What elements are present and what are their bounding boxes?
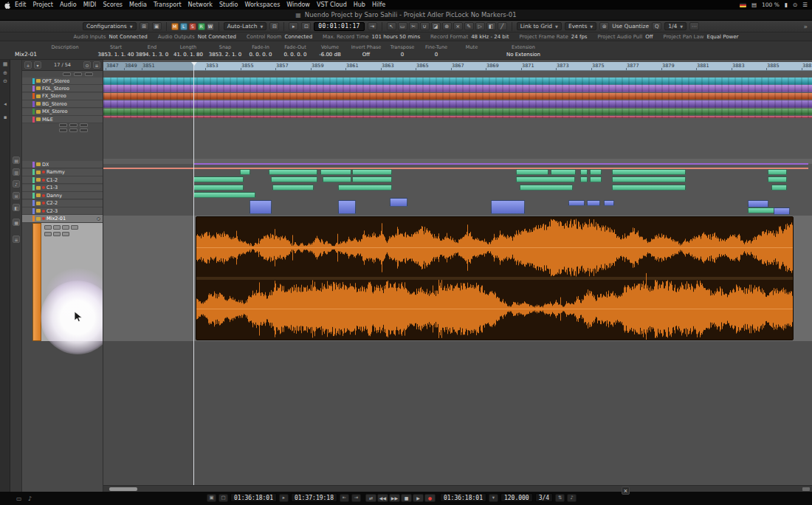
green-event-clip[interactable] (590, 169, 602, 175)
display-icon[interactable]: ▤ (751, 1, 757, 8)
info-field-value[interactable]: 0 (401, 52, 404, 58)
forward-button[interactable]: ▶▶ (389, 494, 400, 502)
menu-item-studio[interactable]: Studio (219, 1, 238, 8)
pre-roll-icon[interactable]: ⇤ (340, 494, 349, 502)
automation-mode-dropdown[interactable]: Auto-Latch▼ (224, 22, 267, 30)
track-control-button[interactable] (44, 225, 52, 230)
punch-in-icon[interactable]: ▣ (207, 494, 216, 502)
toolbar-toggle-l[interactable]: L (180, 23, 187, 30)
record-arm-indicator[interactable] (42, 194, 45, 197)
record-arm-indicator[interactable] (42, 217, 45, 220)
toolbar-erase-tool[interactable]: ◪ (431, 22, 441, 30)
green-event-clip[interactable] (352, 169, 392, 175)
zoom-out-icon[interactable]: ⊖ (0, 78, 10, 84)
toolbar-time-display[interactable]: 00:01:01:17 (314, 22, 364, 31)
stop-button[interactable]: ■ (401, 494, 412, 502)
green-event-clip[interactable] (323, 176, 351, 182)
quantize-preset-dropdown[interactable]: 1/4▼ (664, 22, 687, 30)
menu-item-hilfe[interactable]: Hilfe (372, 1, 385, 8)
blue-event-clip[interactable] (250, 200, 272, 214)
menu-item-project[interactable]: Project (33, 1, 53, 8)
track-row-fx-stereo[interactable]: FX_Stereo (22, 93, 103, 100)
green-event-clip[interactable] (612, 176, 686, 182)
iterative-quantize-icon[interactable]: ⊛ (599, 22, 609, 30)
marker-icon[interactable]: ▪ (0, 114, 10, 120)
me-track-control[interactable] (59, 123, 67, 127)
info-field-value[interactable]: 3853. 1. 1. 40 (98, 52, 134, 58)
punch-out-icon[interactable]: ▢ (219, 494, 228, 502)
time-signature-display[interactable]: 3/4 (535, 493, 553, 502)
green-event-clip[interactable] (240, 169, 250, 175)
record-arm-indicator[interactable] (42, 179, 45, 182)
toolbar-zoom-tool[interactable]: ⊕ (442, 22, 452, 30)
rack-tab-list-icon[interactable]: ≡ (13, 236, 20, 243)
play-button[interactable]: ▶ (413, 494, 424, 502)
divider-track-button[interactable] (63, 72, 71, 76)
toolbar-glue-tool[interactable]: ∪ (420, 22, 430, 30)
menu-item-scores[interactable]: Scores (103, 1, 123, 8)
blue-event-clip[interactable] (568, 200, 585, 206)
toolbar-toggle-s[interactable]: S (189, 23, 196, 30)
menu-item-media[interactable]: Media (129, 1, 147, 8)
quantize-panel-icon[interactable]: ⋯ (689, 22, 699, 30)
left-locator-flag[interactable] (191, 62, 197, 66)
toolbar-draw-tool[interactable]: ✎ (464, 22, 474, 30)
blue-event-clip[interactable] (774, 207, 790, 215)
track-row-dx[interactable]: DX (22, 161, 103, 168)
toolbar-mute-tool[interactable]: × (453, 22, 463, 30)
info-field-value[interactable]: Off (362, 52, 370, 58)
track-control-button[interactable] (53, 232, 61, 236)
green-event-clip[interactable] (551, 169, 576, 175)
events-dropdown[interactable]: Events▼ (565, 22, 596, 30)
battery-icon[interactable]: ▮ (785, 1, 788, 8)
locator-swap-icon[interactable]: ▸ (279, 494, 289, 502)
info-field-value[interactable]: -6.00 dB (319, 52, 341, 58)
info-field-value[interactable]: 0. 0. 0. 0 (283, 52, 306, 58)
track-row-c1-3[interactable]: C1-3 (22, 185, 103, 192)
track-row-c2-3[interactable]: C2-3 (22, 207, 103, 215)
edit-channel-button[interactable]: e (96, 216, 101, 221)
cycle-button[interactable]: ⇄ (365, 494, 376, 502)
rack-tab-inspector-icon[interactable]: ▤ (13, 157, 20, 164)
toolbar-overflow-icon[interactable]: » (803, 23, 808, 30)
audio-event-mix2-01[interactable] (196, 216, 794, 340)
info-field-value[interactable]: 3853. 2. 1. 0 (209, 52, 242, 58)
green-event-clip[interactable] (352, 176, 392, 182)
me-track-control[interactable] (69, 123, 78, 127)
track-row-c2-2[interactable]: C2-2 (22, 200, 103, 207)
menu-item-vst-cloud[interactable]: VST Cloud (317, 1, 347, 8)
blue-event-clip[interactable] (587, 200, 600, 206)
info-field-value[interactable]: 0. 0. 0. 0 (249, 52, 272, 58)
track-row-mx-stereo[interactable]: MX_Stereo (22, 109, 103, 116)
green-event-clip[interactable] (768, 176, 787, 182)
track-control-button[interactable] (62, 225, 69, 230)
info-field-value[interactable]: 3894. 1. 3. 0 (136, 52, 169, 58)
setup-toolbar-icon[interactable]: ⊞ (140, 22, 149, 30)
tempo-display[interactable]: 120.000 (500, 493, 533, 502)
track-row-danny[interactable]: Danny (22, 192, 103, 199)
left-locator-display[interactable]: 01:36:18:01 (230, 493, 277, 502)
zoom-in-icon[interactable]: ⊕ (0, 70, 10, 76)
info-field-invert-phase[interactable]: Invert PhaseOff (347, 41, 385, 59)
toolbar-line-tool[interactable]: ╱ (498, 22, 507, 30)
quantize-q-icon[interactable]: Q (652, 22, 661, 30)
menu-item-workspaces[interactable]: Workspaces (244, 1, 280, 8)
track-row-opt-stereo[interactable]: OPT_Stereo (22, 78, 103, 85)
automation-panel-icon[interactable]: ⊟ (269, 22, 279, 30)
toolbar-toggle-m[interactable]: M (171, 23, 179, 30)
green-event-clip[interactable] (590, 176, 602, 182)
track-filter-icon[interactable]: ▾ (34, 61, 41, 69)
green-event-clip[interactable] (612, 169, 686, 175)
toolbar-toggle-r[interactable]: R (198, 23, 205, 30)
track-control-button[interactable] (44, 232, 52, 236)
info-field-length[interactable]: Length41. 0. 1. 80 (170, 41, 207, 59)
menu-item-edit[interactable]: Edit (15, 1, 27, 8)
close-icon[interactable]: × (622, 487, 630, 495)
collapse-left-icon[interactable]: ◂ (0, 101, 10, 107)
me-track-control[interactable] (59, 128, 67, 132)
input-source-icon[interactable] (740, 3, 746, 7)
track-visibility-counter[interactable]: 17 / 54 (44, 62, 81, 68)
green-event-clip[interactable] (580, 169, 588, 175)
blue-event-clip[interactable] (338, 200, 356, 214)
toolbar-split-tool[interactable]: ✂ (409, 22, 419, 30)
